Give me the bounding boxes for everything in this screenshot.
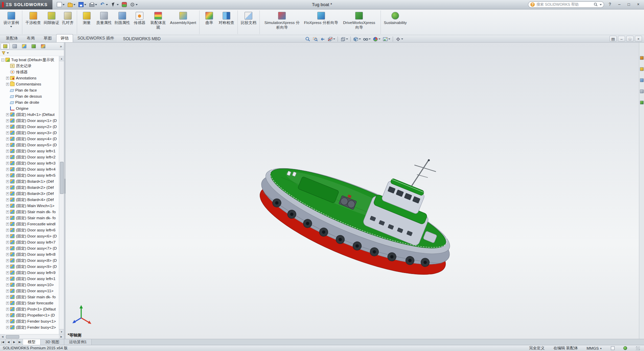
tree-item[interactable]: + (固定) Fender buoy<2> xyxy=(1,324,59,330)
expand-toggle[interactable]: + xyxy=(6,204,9,207)
design-library-icon[interactable] xyxy=(640,67,644,71)
tug-boat-model[interactable] xyxy=(225,115,482,304)
quick-tips-icon[interactable] xyxy=(623,346,627,350)
search-scope-caret[interactable] xyxy=(600,4,602,5)
tree-scrollbar[interactable]: ▲ ▼ xyxy=(59,56,64,334)
tree-item[interactable]: + (固定) Door assy left<5 xyxy=(1,172,59,178)
tree-item[interactable]: + (固定) Bolard<2> (Déf xyxy=(1,184,59,191)
expand-toggle[interactable]: + xyxy=(6,83,9,86)
section-view-button[interactable] xyxy=(327,36,336,42)
next-tab-button[interactable]: ▶ xyxy=(12,339,17,345)
previous-view-button[interactable] xyxy=(319,36,326,42)
expand-toggle[interactable]: + xyxy=(6,125,9,128)
tree-item[interactable]: + (固定) Door assy<9> (D xyxy=(1,264,59,270)
expand-toggle[interactable]: + xyxy=(6,180,9,183)
interference-check-button[interactable]: 干涉检查 xyxy=(24,10,42,34)
expand-toggle[interactable]: + xyxy=(6,144,9,147)
view-orientation-button[interactable] xyxy=(340,36,349,42)
tree-item[interactable]: Origine xyxy=(1,105,59,111)
panel-overflow-chevron[interactable]: » xyxy=(59,44,63,48)
expand-toggle[interactable]: + xyxy=(6,217,9,220)
display-style-button[interactable] xyxy=(352,36,362,42)
expand-toggle[interactable]: + xyxy=(6,290,9,293)
driveworksxpress-button[interactable]: DriveWorksXpress 向导 xyxy=(340,10,381,34)
close-button[interactable]: × xyxy=(635,2,642,8)
expand-toggle[interactable]: + xyxy=(6,241,9,244)
tree-item[interactable]: + (固定) Door assy<7> (D xyxy=(1,245,59,251)
expand-toggle[interactable]: + xyxy=(6,77,9,80)
scroll-down-arrow[interactable]: ▼ xyxy=(59,329,64,334)
doc-restore-button[interactable]: □ xyxy=(626,36,634,42)
search-icon[interactable] xyxy=(594,2,598,7)
tree-item[interactable]: + (固定) Door assy<2> (D xyxy=(1,124,59,130)
tree-item[interactable]: + (固定) Door assy<8> (D xyxy=(1,257,59,264)
tree-item[interactable]: + (固定) Door assy left<4 xyxy=(1,166,59,172)
expand-toggle[interactable]: + xyxy=(6,326,9,329)
tree-item[interactable]: + (固定) Hull<1> (Défaut xyxy=(1,111,59,118)
last-tab-button[interactable]: ▶| xyxy=(17,339,23,345)
tree-item[interactable]: + (固定) Bolard<3> (Déf xyxy=(1,191,59,197)
displaymanager-tab[interactable] xyxy=(39,43,47,49)
tree-item[interactable]: + (固定) Forecastle windl xyxy=(1,221,59,227)
tree-item[interactable]: + (固定) Propeller<1> (D xyxy=(1,312,59,318)
tree-item[interactable]: + (固定) Door assy left<7 xyxy=(1,239,59,245)
tree-item[interactable]: 传感器 xyxy=(1,69,59,75)
expand-toggle[interactable]: + xyxy=(6,320,9,323)
tree-item[interactable]: Plan de face xyxy=(1,87,59,93)
tree-item[interactable]: + (固定) Stair main dk- fo xyxy=(1,215,59,221)
assembly-visualization-button[interactable]: 装配体直观 xyxy=(148,10,169,34)
hide-show-items-button[interactable] xyxy=(362,36,371,42)
search-input[interactable]: ? 搜索 SOLIDWORKS 帮助 xyxy=(528,1,604,8)
scroll-left-arrow[interactable]: ◀ xyxy=(0,334,5,339)
resize-grip[interactable] xyxy=(636,346,640,350)
status-document-icon[interactable] xyxy=(611,346,615,350)
tree-item[interactable]: + Annotations xyxy=(1,75,59,81)
help-button[interactable]: ? xyxy=(606,2,614,8)
expand-toggle[interactable]: + xyxy=(6,186,9,189)
tree-item[interactable]: + (固定) Stair forecastle xyxy=(1,300,59,306)
view-settings-button[interactable] xyxy=(395,36,404,42)
zoom-fit-button[interactable] xyxy=(304,36,311,42)
options-button[interactable] xyxy=(129,1,139,8)
expand-toggle[interactable]: + xyxy=(6,198,9,201)
expand-toggle[interactable]: + xyxy=(6,235,9,238)
scrollbar-thumb[interactable] xyxy=(6,335,19,339)
tree-item[interactable]: + (固定) Door assy<3> (D xyxy=(1,130,59,136)
tab-layout[interactable]: 布局 xyxy=(22,34,39,42)
rebuild-button[interactable] xyxy=(121,1,128,8)
tree-item[interactable]: + (固定) Fender buoy<1> xyxy=(1,318,59,324)
tree-item[interactable]: + (固定) Door assy left<2 xyxy=(1,154,59,160)
tree-item[interactable]: + (固定) Door assy<11> xyxy=(1,288,59,294)
assemblyxpert-button[interactable]: AssemblyXpert xyxy=(169,10,200,34)
expand-toggle[interactable]: − xyxy=(1,58,4,61)
scroll-up-arrow[interactable]: ▲ xyxy=(59,56,64,61)
expand-toggle[interactable]: + xyxy=(6,210,9,214)
expand-toggle[interactable]: + xyxy=(6,150,9,153)
sensor-button[interactable]: 传感器 xyxy=(132,10,148,34)
tree-item[interactable]: + (固定) Door assy<5> (D xyxy=(1,142,59,148)
definition-status[interactable]: 完全定义 xyxy=(529,346,545,351)
select-button[interactable] xyxy=(110,1,120,8)
expand-toggle[interactable]: + xyxy=(6,302,9,305)
tree-item[interactable]: + (固定) Door assy left<1 xyxy=(1,148,59,154)
expand-toggle[interactable]: + xyxy=(6,156,9,159)
expand-toggle[interactable]: + xyxy=(6,308,9,311)
dimxpert-tab[interactable] xyxy=(29,43,38,49)
undo-button[interactable] xyxy=(99,1,109,8)
previous-tab-button[interactable]: ◀ xyxy=(6,339,12,345)
tree-item[interactable]: + (固定) Door assy left<6 xyxy=(1,227,59,233)
expand-toggle[interactable]: + xyxy=(6,229,9,232)
tree-item[interactable]: 历史记录 xyxy=(1,63,59,69)
tree-item[interactable]: + (固定) Door assy left<1 xyxy=(1,276,59,282)
propertymanager-tab[interactable] xyxy=(10,43,19,49)
expand-toggle[interactable]: + xyxy=(6,223,9,226)
tree-item[interactable]: Plan de droite xyxy=(1,99,59,105)
expand-toggle[interactable]: + xyxy=(6,277,9,280)
tree-item[interactable]: + (固定) Post<1> (Défaut xyxy=(1,306,59,312)
scrollbar-thumb[interactable] xyxy=(60,162,64,194)
expand-toggle[interactable]: + xyxy=(6,296,9,299)
new-document-button[interactable] xyxy=(56,1,66,8)
zoom-area-button[interactable] xyxy=(312,36,319,42)
view-palette-icon[interactable] xyxy=(640,90,644,93)
doc-minimize-button[interactable]: – xyxy=(618,36,625,42)
